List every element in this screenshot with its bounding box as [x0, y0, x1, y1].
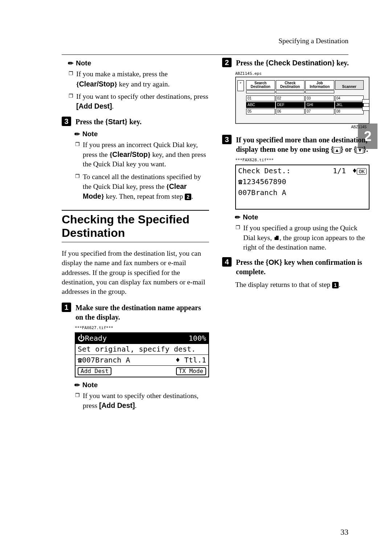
quick-dial-key: GHI	[305, 102, 334, 108]
note-item: ❐If you want to specify other destinatio…	[68, 92, 209, 112]
quick-dial-key: 01	[246, 96, 275, 101]
panel-side-key	[362, 106, 369, 111]
header-section: Specifying a Destination	[62, 36, 348, 46]
square-bullet-icon: ❐	[235, 223, 240, 252]
tab-scanner: Scanner	[335, 80, 364, 90]
pencil-icon: ✎	[233, 212, 242, 222]
figure-caption: ABZ114S.eps	[235, 71, 369, 76]
up-arrow-icon: ▲	[334, 147, 340, 154]
quick-dial-key: 04	[335, 96, 364, 101]
figure-id: ABZ114S	[351, 125, 367, 129]
ok-indicator: OK	[357, 168, 367, 175]
note-label: ✎Note	[75, 381, 209, 389]
pencil-icon: ✎	[73, 129, 82, 138]
down-arrow-icon: ▼	[356, 147, 363, 154]
panel-side-key	[362, 99, 369, 104]
tab-search-destination: SearchDestination	[246, 80, 275, 90]
section-intro: If you specified from the destination li…	[62, 249, 209, 297]
pencil-icon: ✎	[66, 58, 75, 68]
section-heading: Checking the Specified Destination	[62, 210, 209, 242]
quick-dial-key: 06	[276, 109, 305, 114]
page-number: 33	[340, 527, 348, 537]
figure-caption: ***FAX628.tif***	[235, 158, 369, 162]
step-number-badge: 3	[222, 135, 232, 144]
step-number-badge: 3	[62, 117, 71, 126]
square-bullet-icon: ❐	[75, 172, 80, 202]
quick-dial-key: ABC	[246, 102, 275, 108]
square-bullet-icon: ❐	[75, 140, 80, 169]
square-bullet-icon: ❐	[68, 69, 73, 89]
keypad-panel: e SearchDestination CheckDestination Job…	[235, 77, 369, 124]
inline-step-ref: 2	[185, 194, 191, 200]
note-item: ❐If you want to specify other destinatio…	[75, 391, 209, 411]
square-bullet-icon: ❐	[75, 391, 80, 411]
quick-dial-key: DEF	[276, 102, 305, 108]
lcd-display: Check Dest.:1/1♦OK ☎1234567890 007Branch…	[235, 165, 369, 210]
quick-dial-key: 02	[276, 96, 305, 101]
panel-side-key: e	[237, 80, 244, 91]
lcd-softkey: TX Mode	[176, 367, 206, 375]
step-2: 2 Press the {Check Destination} key.	[222, 58, 369, 68]
closing-text: The display returns to that of step 1.	[235, 280, 369, 289]
note-item: ❐If you make a mistake, press the {Clear…	[68, 69, 209, 89]
quick-dial-key: 05	[246, 109, 275, 114]
step-number-badge: 4	[222, 257, 232, 267]
note-item: ❐If you press an incorrect Quick Dial ke…	[75, 140, 209, 169]
right-column: 2 Press the {Check Destination} key. ABZ…	[222, 58, 369, 416]
note-item: ❐If you specified a group using the Quic…	[235, 223, 369, 252]
lcd-softkey: Add Dest	[78, 367, 111, 375]
lcd-display: ⏻Ready100% Set original, specify dest. ☎…	[75, 332, 209, 377]
tab-check-destination: CheckDestination	[276, 80, 305, 90]
note-label: ✎Note	[235, 213, 369, 221]
quick-dial-key: 03	[305, 96, 334, 101]
note-item: ❐To cancel all the destinations specifie…	[75, 172, 209, 202]
pencil-icon: ✎	[73, 380, 82, 390]
left-column: ✎Note ❐If you make a mistake, press the …	[62, 58, 209, 416]
figure-caption: ***FAX627.tif***	[75, 325, 209, 330]
note-label: ✎Note	[75, 130, 209, 138]
group-icon	[274, 236, 279, 240]
step-3: 3 Press the {Start} key.	[62, 117, 209, 126]
tab-job-information: JobInformation	[305, 80, 334, 90]
note-label: ✎Note	[68, 59, 209, 67]
quick-dial-key: JKL	[335, 102, 364, 108]
inline-step-ref: 1	[332, 282, 339, 288]
step-1: 1 Make sure the destination name appears…	[62, 303, 209, 322]
step-4: 4 Press the {OK} key when confirmation i…	[222, 257, 369, 276]
step-number-badge: 2	[222, 58, 232, 67]
step-number-badge: 1	[62, 303, 71, 312]
step-3: 3 If you specified more than one destina…	[222, 135, 369, 154]
quick-dial-key: 07	[305, 109, 334, 114]
quick-dial-key: 08	[335, 109, 364, 114]
header-rule	[62, 54, 348, 55]
square-bullet-icon: ❐	[68, 92, 73, 112]
